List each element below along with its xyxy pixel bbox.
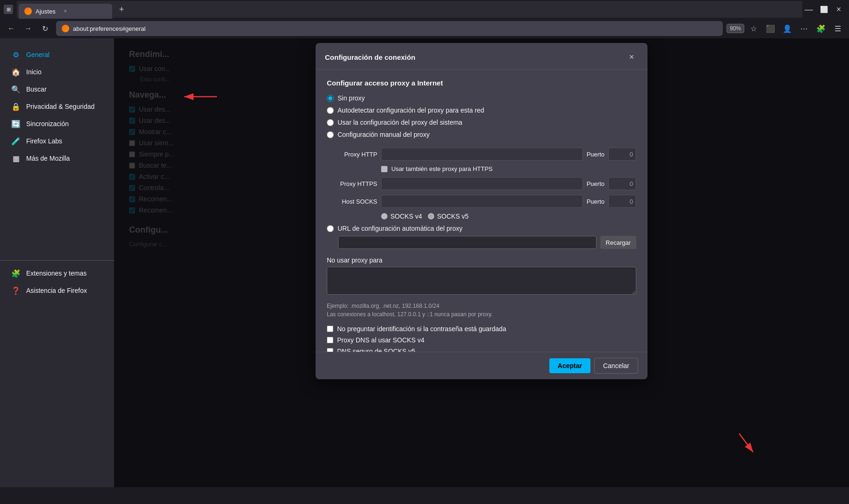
radio-autodetect-input[interactable]	[327, 107, 334, 114]
bookmark-button[interactable]: ☆	[746, 21, 761, 36]
browser-content: ⚙ General 🏠 Inicio 🔍 Buscar 🔒 Privacidad…	[0, 38, 849, 487]
help-icon: ❓	[11, 286, 21, 295]
no-proxy-textarea[interactable]	[327, 267, 636, 295]
socks-port-label: Puerto	[587, 198, 604, 205]
use-https-label: Usar también este proxy para HTTPS	[391, 165, 493, 172]
dns-socks5-label: DNS seguro de SOCKS v5	[337, 348, 415, 352]
socks4-option[interactable]: SOCKS v4	[381, 213, 422, 220]
reload-button[interactable]: ↻	[37, 21, 52, 36]
labs-icon: 🧪	[11, 136, 21, 146]
bottom-checkboxes: No preguntar identificación si la contra…	[327, 325, 636, 352]
proxy-dns-row: Proxy DNS al usar SOCKS v4	[327, 336, 636, 344]
auto-url-input[interactable]	[338, 236, 597, 249]
cancel-button[interactable]: Cancelar	[594, 358, 638, 374]
tab-close-button[interactable]: ×	[61, 7, 70, 15]
main-pane: Rendimi... Usar con... Esta confi... Nav…	[114, 38, 849, 487]
no-ask-password-row: No preguntar identificación si la contra…	[327, 325, 636, 333]
extensions-button[interactable]: 🧩	[813, 21, 828, 36]
radio-sin-proxy-input[interactable]	[327, 95, 334, 102]
radio-manual-input[interactable]	[327, 131, 334, 138]
proxy-section-title: Configurar acceso proxy a Internet	[327, 79, 636, 87]
profile-button[interactable]: 👤	[780, 21, 795, 36]
no-ask-password-label: No preguntar identificación si la contra…	[337, 325, 506, 333]
no-ask-password-checkbox[interactable]	[327, 326, 333, 332]
auto-url-section: URL de configuración automática del prox…	[327, 225, 636, 249]
sidebar-item-labs[interactable]: 🧪 Firefox Labs	[4, 133, 110, 149]
proxy-radio-group: Sin proxy Autodetectar configuración del…	[327, 94, 636, 138]
accept-button[interactable]: Aceptar	[549, 358, 590, 373]
close-window-button[interactable]: ×	[832, 3, 845, 16]
proxy-https-label: Proxy HTTPS	[331, 180, 377, 187]
extensions-icon: 🧩	[11, 269, 21, 278]
socks5-radio[interactable]	[428, 213, 434, 220]
minimize-button[interactable]: —	[802, 3, 815, 16]
search-icon: 🔍	[11, 85, 21, 94]
gear-icon: ⚙	[11, 50, 21, 59]
radio-auto-url-input[interactable]	[327, 225, 334, 232]
radio-autodetect[interactable]: Autodetectar configuración del proxy par…	[327, 106, 636, 114]
browser-chrome: ⊞ Ajustes × + — ⬜ × ← → ↻ about:preferen…	[0, 0, 849, 38]
use-https-checkbox[interactable]	[381, 166, 388, 172]
reload-button[interactable]: Recargar	[600, 236, 636, 249]
maximize-button[interactable]: ⬜	[817, 3, 830, 16]
hint-line2: Las conexiones a localhost, 127.0.0.1 y …	[327, 311, 493, 318]
auto-url-label: URL de configuración automática del prox…	[338, 225, 462, 232]
socks-host-label: Host SOCKS	[331, 198, 377, 205]
socks5-option[interactable]: SOCKS v5	[428, 213, 469, 220]
proxy-http-label: Proxy HTTP	[331, 151, 377, 158]
hamburger-button[interactable]: ☰	[830, 21, 845, 36]
auto-url-row: Recargar	[327, 236, 636, 249]
socks-version-row: SOCKS v4 SOCKS v5	[331, 213, 636, 220]
radio-sistema-input[interactable]	[327, 119, 334, 126]
radio-auto-url[interactable]: URL de configuración automática del prox…	[327, 225, 636, 232]
address-bar[interactable]: about:preferences#general	[56, 21, 723, 36]
new-tab-button[interactable]: +	[115, 3, 128, 16]
sidebar-label-mozilla: Más de Mozilla	[26, 155, 70, 162]
sidebar-label-buscar: Buscar	[26, 85, 47, 93]
radio-sistema[interactable]: Usar la configuración del proxy del sist…	[327, 119, 636, 126]
sidebar-item-extensiones[interactable]: 🧩 Extensiones y temas	[4, 265, 110, 282]
radio-autodetect-label: Autodetectar configuración del proxy par…	[338, 106, 484, 114]
dialog-close-button[interactable]: ×	[625, 50, 638, 64]
use-https-row: Usar también este proxy para HTTPS	[331, 165, 636, 172]
sidebar-label-general: General	[26, 51, 50, 58]
radio-sin-proxy[interactable]: Sin proxy	[327, 94, 636, 102]
socks-port-input[interactable]	[608, 195, 636, 208]
dialog-footer: Aceptar Cancelar	[316, 352, 648, 379]
radio-manual[interactable]: Configuración manual del proxy	[327, 131, 636, 138]
sidebar-item-asistencia[interactable]: ❓ Asistencia de Firefox	[4, 282, 110, 299]
nav-icons: ☆ ⬛ 👤 ⋯ 🧩 ☰	[746, 21, 845, 36]
dns-socks5-checkbox[interactable]	[327, 348, 333, 352]
proxy-https-input[interactable]	[381, 177, 583, 190]
sidebar-item-mozilla[interactable]: ▦ Más de Mozilla	[4, 150, 110, 167]
zoom-level[interactable]: 90%	[727, 24, 744, 33]
sidebar-label-asistencia: Asistencia de Firefox	[26, 287, 87, 294]
radio-sin-proxy-label: Sin proxy	[338, 94, 365, 102]
proxy-dns-checkbox[interactable]	[327, 337, 333, 343]
proxy-http-port-input[interactable]	[608, 148, 636, 161]
menu-button[interactable]: ⋯	[797, 21, 812, 36]
socks-host-input[interactable]	[381, 195, 583, 208]
sidebar-label-labs: Firefox Labs	[26, 137, 62, 145]
sidebar-item-inicio[interactable]: 🏠 Inicio	[4, 64, 110, 80]
forward-button[interactable]: →	[21, 21, 36, 36]
socks4-radio[interactable]	[381, 213, 388, 220]
sidebar-item-buscar[interactable]: 🔍 Buscar	[4, 81, 110, 98]
proxy-dns-label: Proxy DNS al usar SOCKS v4	[337, 336, 424, 344]
dialog-title: Configuración de conexión	[325, 53, 415, 61]
sidebar-item-privacidad[interactable]: 🔒 Privacidad & Seguridad	[4, 98, 110, 115]
sidebar-item-general[interactable]: ⚙ General	[4, 46, 110, 63]
proxy-https-port-input[interactable]	[608, 177, 636, 190]
radio-manual-label: Configuración manual del proxy	[338, 131, 430, 138]
connection-dialog: Configuración de conexión × Configurar a…	[316, 43, 648, 379]
socks-host-row: Host SOCKS Puerto	[331, 195, 636, 208]
proxy-http-input[interactable]	[381, 148, 583, 161]
no-proxy-label: No usar proxy para	[327, 256, 636, 264]
sidebar-label-extensiones: Extensiones y temas	[26, 270, 86, 277]
back-button[interactable]: ←	[4, 21, 19, 36]
pocket-button[interactable]: ⬛	[763, 21, 778, 36]
active-tab[interactable]: Ajustes ×	[19, 4, 112, 19]
tab-title: Ajustes	[36, 8, 56, 15]
sidebar-item-sincronizacion[interactable]: 🔄 Sincronización	[4, 115, 110, 132]
proxy-hint: Ejemplo: .mozilla.org, .net.nz, 192.168.…	[327, 302, 636, 319]
